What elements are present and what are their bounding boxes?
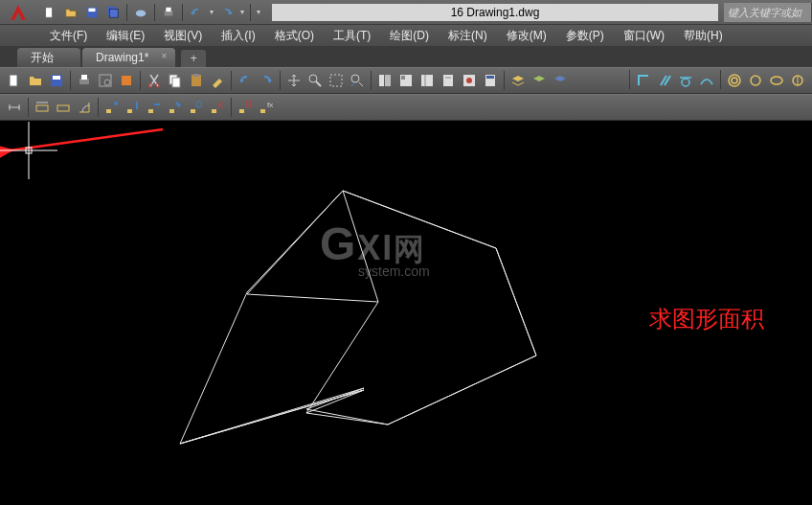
menu-dimension[interactable]: 标注(N) (439, 25, 497, 46)
constraint-concentric-icon[interactable] (724, 70, 745, 91)
svg-rect-21 (193, 74, 199, 77)
redo-icon[interactable] (256, 70, 277, 91)
layer-off-icon[interactable] (550, 70, 571, 91)
cloud-icon[interactable] (131, 3, 150, 22)
open-icon[interactable] (25, 70, 46, 91)
document-tabs: 开始 Drawing1* × + (0, 46, 812, 67)
menu-format[interactable]: 格式(O) (265, 25, 324, 46)
open-icon[interactable] (61, 3, 80, 22)
svg-rect-66 (260, 109, 265, 113)
pan-icon[interactable] (283, 70, 304, 91)
tab-start[interactable]: 开始 (17, 48, 80, 67)
svg-rect-4 (110, 9, 119, 17)
constraint-smooth-icon[interactable] (696, 70, 717, 91)
cut-icon[interactable] (144, 70, 165, 91)
publish-icon[interactable] (116, 70, 137, 91)
menu-insert[interactable]: 插入(I) (212, 25, 264, 46)
geo-vertical-icon[interactable] (123, 97, 144, 118)
close-icon[interactable]: × (158, 51, 169, 62)
zoom-previous-icon[interactable] (347, 70, 368, 91)
paste-icon[interactable] (186, 70, 207, 91)
saveall-icon[interactable] (103, 3, 123, 22)
print-preview-icon[interactable] (95, 70, 116, 91)
qat-customize[interactable]: ▾ (255, 2, 262, 23)
svg-point-25 (351, 75, 359, 82)
geo-show-icon[interactable] (186, 97, 207, 118)
menu-draw[interactable]: 绘图(D) (380, 25, 439, 46)
layer-icon[interactable] (508, 70, 529, 91)
svg-rect-51 (36, 105, 48, 111)
sheet-set-icon[interactable] (438, 70, 459, 91)
delete-constraints-icon[interactable] (235, 97, 256, 118)
menu-window[interactable]: 窗口(W) (614, 25, 674, 46)
distance-icon[interactable] (4, 97, 25, 118)
design-center-icon[interactable] (395, 70, 417, 91)
constraint-parallel-icon[interactable] (654, 70, 675, 91)
geo-hide-icon[interactable] (207, 97, 228, 118)
menu-view[interactable]: 视图(V) (154, 25, 212, 46)
new-doc-icon[interactable] (4, 70, 25, 91)
properties-icon[interactable] (374, 70, 395, 91)
svg-point-5 (136, 10, 147, 16)
undo-icon[interactable] (235, 70, 256, 91)
svg-point-62 (196, 102, 202, 107)
svg-rect-54 (106, 109, 111, 113)
constraint-symmetric-icon[interactable] (766, 70, 787, 91)
save-icon[interactable] (82, 3, 102, 22)
dim-linear-icon[interactable] (32, 97, 53, 118)
add-tab-button[interactable]: + (181, 50, 206, 67)
svg-rect-0 (46, 7, 53, 17)
constraint-equal-icon[interactable] (787, 70, 808, 91)
zoom-window-icon[interactable] (326, 70, 347, 91)
svg-point-45 (771, 77, 782, 84)
svg-point-43 (732, 78, 737, 83)
zoom-realtime-icon[interactable] (304, 70, 326, 91)
annotation-text: 求图形面积 (649, 304, 764, 334)
svg-line-23 (316, 81, 321, 86)
menu-tools[interactable]: 工具(T) (324, 25, 380, 46)
copy-icon[interactable] (165, 70, 186, 91)
redo-icon[interactable] (217, 3, 237, 22)
save-icon[interactable] (46, 70, 67, 91)
geo-coincident-icon[interactable] (102, 97, 123, 118)
tab-drawing[interactable]: Drawing1* × (82, 48, 175, 67)
menu-help[interactable]: 帮助(H) (674, 25, 733, 46)
dim-angular-icon[interactable] (74, 97, 95, 118)
layer-state-icon[interactable] (529, 70, 550, 91)
svg-point-14 (104, 80, 110, 85)
constraint-tangent-icon[interactable] (675, 70, 696, 91)
svg-rect-15 (122, 76, 131, 85)
drawing-canvas[interactable]: GXI网 system.com 求图形面积 (0, 122, 812, 505)
dim-aligned-icon[interactable] (53, 97, 74, 118)
menu-modify[interactable]: 修改(M) (497, 25, 556, 46)
menu-edit[interactable]: 编辑(E) (97, 25, 154, 46)
app-logo[interactable] (0, 0, 36, 25)
undo-icon[interactable] (187, 3, 206, 22)
print-icon[interactable] (74, 70, 95, 91)
geo-horizontal-icon[interactable] (144, 97, 165, 118)
crosshair-cursor (0, 122, 57, 179)
svg-point-44 (751, 76, 760, 85)
svg-point-42 (729, 75, 740, 86)
constraint-colinear-icon[interactable] (745, 70, 766, 91)
markup-icon[interactable] (459, 70, 480, 91)
svg-rect-30 (421, 75, 433, 86)
svg-rect-8 (10, 75, 17, 86)
menu-file[interactable]: 文件(F) (40, 25, 97, 46)
print-icon[interactable] (159, 3, 178, 22)
search-input[interactable]: 键入关键字或如 (724, 3, 812, 22)
quickcalc-icon[interactable] (480, 70, 501, 91)
constraint-perpendicular-icon[interactable] (633, 70, 654, 91)
svg-rect-27 (385, 75, 391, 86)
tab-label: 开始 (31, 51, 54, 64)
match-prop-icon[interactable] (207, 70, 228, 91)
new-icon[interactable] (40, 3, 59, 22)
redo-dropdown[interactable]: ▾ (238, 2, 246, 23)
tool-palette-icon[interactable] (417, 70, 438, 91)
menu-parametric[interactable]: 参数(P) (556, 25, 614, 46)
param-manager-icon[interactable]: fx (256, 97, 277, 118)
svg-rect-37 (486, 76, 494, 79)
svg-point-55 (114, 102, 118, 105)
undo-dropdown[interactable]: ▾ (208, 2, 215, 23)
geo-fix-icon[interactable] (165, 97, 186, 118)
